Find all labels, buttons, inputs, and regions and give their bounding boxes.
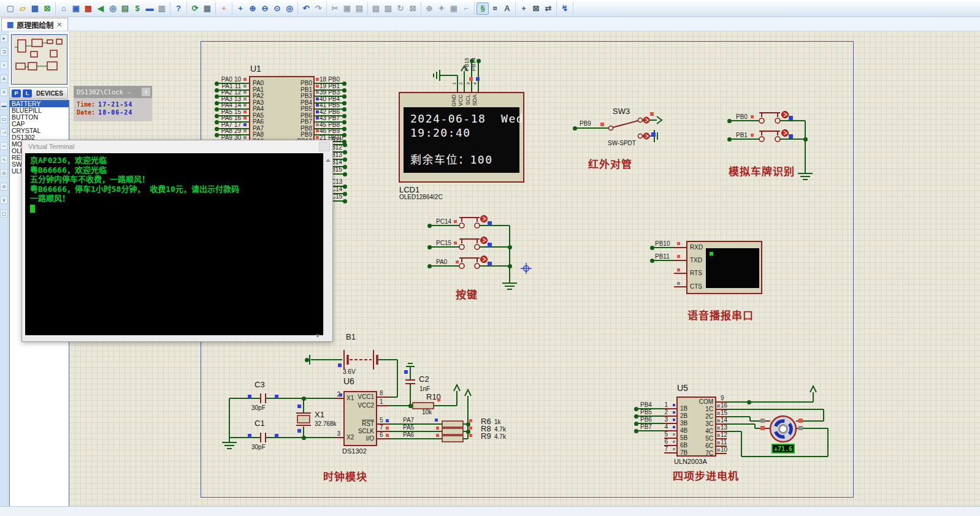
selection-mode-icon[interactable]: ▸ [0,34,8,42]
cut-icon[interactable]: ✂ [329,2,341,15]
pin-state-marker [386,419,389,422]
terminal-mode-icon[interactable]: ⊣ [0,129,8,137]
origin-icon[interactable]: + [218,2,230,15]
u6-pin-number: 8 [380,390,383,396]
text-mode-icon[interactable]: ≡ [0,88,8,96]
ds1302-popup-title-text: DS1302\Clock - U6 [77,86,142,98]
toggle-grid-icon[interactable]: ▦ [201,2,213,15]
u1-pin-name: PB1 [285,86,312,93]
preview-thumbnail [11,34,67,85]
ir-module-net: PB9 [580,120,591,127]
refresh-icon[interactable]: ⟳ [189,2,201,15]
tab-close-icon[interactable]: ✕ [56,21,62,29]
pick-parts-button[interactable]: P [12,89,21,97]
instrument-mode-icon[interactable]: ▢ [0,210,8,218]
library-button[interactable]: L [23,89,32,97]
home-icon[interactable]: ⌂ [58,2,70,15]
open-project-icon[interactable]: ▱ [17,2,29,15]
zoom-full-icon[interactable]: ◎ [283,2,296,15]
component-mode-icon[interactable]: ⊐ [0,48,8,56]
remove-sheet-icon[interactable]: ⊠ [530,2,542,15]
pin-state-marker [243,123,247,126]
save-project-icon[interactable]: ▦ [29,2,41,15]
wire-label-mode-icon[interactable]: A [0,75,8,83]
pin-state-marker [760,419,765,423]
virtual-terminal-hscrollbar[interactable] [22,335,332,341]
zoom-region-icon[interactable]: ⊙ [271,2,283,15]
undo-icon[interactable]: ↶ [300,2,312,15]
junction-dot [343,165,347,169]
subcircuit-mode-icon[interactable]: ▭ [0,115,8,123]
pin-state-marker [760,426,765,430]
paste-icon[interactable]: ▤ [353,2,366,15]
exchange-sheet-icon[interactable]: ⇄ [542,2,554,15]
u5-pin-name: COM [687,398,713,405]
junction-mode-icon[interactable]: + [0,61,8,69]
u1-net-label: PA616 [213,115,241,121]
virtual-terminal-title: Virtual Terminal [28,140,74,153]
pcb-layout-icon[interactable]: ▩ [82,2,94,15]
tab-schematic[interactable]: ▦ 原理图绘制 ✕ [1,18,68,31]
block-copy-icon[interactable]: ▧ [370,2,382,15]
ruler-icon[interactable]: ▬ [144,2,156,15]
pin-state-marker [386,434,389,437]
pick-device-icon[interactable]: ⊕ [423,2,435,15]
redo-icon[interactable]: ↷ [312,2,324,15]
wire-autorouter-icon[interactable]: § [477,2,489,15]
pin-mode-icon[interactable]: ─ [0,142,8,150]
pan-icon[interactable]: + [234,2,247,15]
block-move-icon[interactable]: ▨ [382,2,394,15]
pin-state-marker [677,255,680,258]
junction-dot [342,88,346,93]
time-value: 17-21-54 [98,101,132,108]
electrical-rule-check-icon[interactable]: ↯ [559,2,571,15]
junction-dot [408,404,413,408]
pin-state-marker [316,129,319,132]
virtual-terminal-menu-box[interactable] [319,142,330,151]
packaging-tool-icon[interactable]: ▣ [448,2,460,15]
virtual-terminal-vscrollbar[interactable] [323,153,332,335]
net-name: PA7 [221,121,232,128]
clock-module-x1-value: 32.768k [315,420,337,427]
close-project-icon[interactable]: ⊠ [41,2,53,15]
u5-pin-number: 5 [658,431,668,438]
new-project-icon[interactable]: ▢ [4,2,17,15]
zoom-out-icon[interactable]: ⊖ [259,2,271,15]
lcd-pin-number: 4 [472,82,478,85]
design-explorer-icon[interactable]: ▤ [119,2,131,15]
net-label: PB7 [640,423,652,430]
bus-mode-icon[interactable]: ▬ [0,102,8,110]
3d-viewer-icon[interactable]: ◀ [94,2,107,15]
tape-mode-icon[interactable]: ◎ [0,169,8,177]
decompose-icon[interactable]: ⌐ [460,2,472,15]
scroll-down-icon[interactable] [315,335,320,340]
pin-state-marker [243,97,247,101]
pin-state-marker [404,370,408,374]
schematic-capture-icon[interactable]: ▣ [70,2,82,15]
virtual-terminal-titlebar[interactable]: Virtual Terminal [22,140,332,153]
help-icon[interactable]: ? [172,2,185,15]
pin-state-marker [243,116,247,120]
block-delete-icon[interactable]: ⊠ [407,2,419,15]
lcd-pin-name: GND [451,94,457,107]
search-icon[interactable]: ¤ [489,2,501,15]
ds1302-popup-close-icon[interactable]: x [142,88,150,96]
graph-mode-icon[interactable]: ∿ [0,156,8,164]
gerber-viewer-icon[interactable]: ◎ [107,2,119,15]
pin-number: 15 [234,108,241,115]
copy-icon[interactable]: ▣ [341,2,353,15]
probe-mode-icon[interactable]: ∨ [0,196,8,204]
u5-pin-number: 15 [721,409,727,416]
report-icon[interactable]: ▥ [156,2,168,15]
net-name: PB5 [328,102,340,108]
virtual-terminal-window[interactable]: Virtual Terminal 京AF0236，欢迎光临粤B66666，欢迎光… [21,140,333,342]
block-rotate-icon[interactable]: ↻ [394,2,407,15]
zoom-in-icon[interactable]: ⊕ [247,2,259,15]
make-device-icon[interactable]: ✦ [435,2,448,15]
property-assignment-icon[interactable]: A [501,2,513,15]
scroll-up-icon[interactable] [326,156,331,162]
generator-mode-icon[interactable]: ⊙ [0,183,8,191]
ds1302-clock-popup[interactable]: DS1302\Clock - U6 x Time: 17-21-54 Date:… [74,86,152,121]
bill-of-materials-icon[interactable]: $ [131,2,144,15]
new-sheet-icon[interactable]: + [518,2,530,15]
